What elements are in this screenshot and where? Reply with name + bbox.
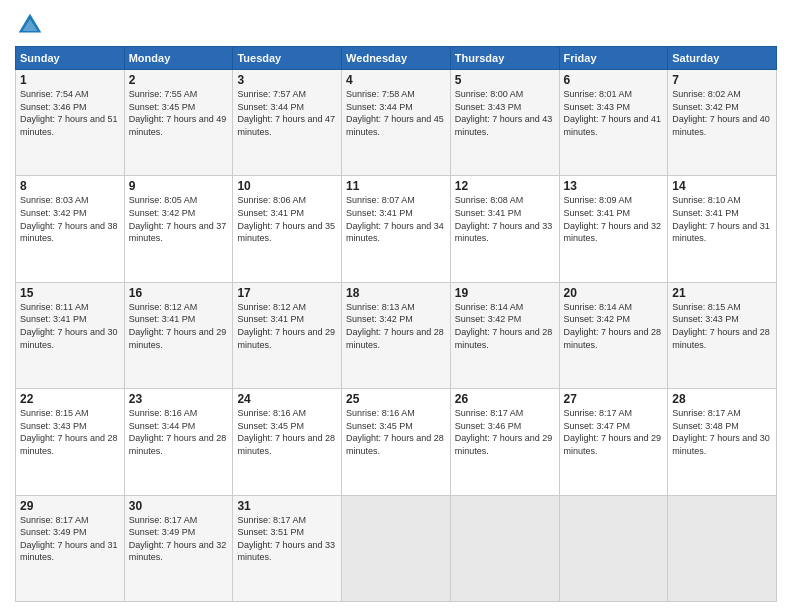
day-number: 8: [20, 179, 120, 193]
sunset-label: Sunset: 3:41 PM: [346, 208, 413, 218]
calendar-cell: 23 Sunrise: 8:16 AM Sunset: 3:44 PM Dayl…: [124, 389, 233, 495]
calendar-cell: 22 Sunrise: 8:15 AM Sunset: 3:43 PM Dayl…: [16, 389, 125, 495]
daylight-label: Daylight: 7 hours and 45 minutes.: [346, 114, 444, 137]
calendar-cell: 20 Sunrise: 8:14 AM Sunset: 3:42 PM Dayl…: [559, 282, 668, 388]
calendar-cell: 5 Sunrise: 8:00 AM Sunset: 3:43 PM Dayli…: [450, 70, 559, 176]
day-info: Sunrise: 8:12 AM Sunset: 3:41 PM Dayligh…: [237, 301, 337, 351]
daylight-label: Daylight: 7 hours and 31 minutes.: [20, 540, 118, 563]
day-info: Sunrise: 8:17 AM Sunset: 3:49 PM Dayligh…: [20, 514, 120, 564]
day-number: 2: [129, 73, 229, 87]
calendar-cell: 30 Sunrise: 8:17 AM Sunset: 3:49 PM Dayl…: [124, 495, 233, 601]
sunrise-label: Sunrise: 8:11 AM: [20, 302, 89, 312]
day-info: Sunrise: 8:13 AM Sunset: 3:42 PM Dayligh…: [346, 301, 446, 351]
sunrise-label: Sunrise: 8:16 AM: [237, 408, 306, 418]
sunrise-label: Sunrise: 8:17 AM: [672, 408, 741, 418]
sunrise-label: Sunrise: 8:15 AM: [20, 408, 89, 418]
sunrise-label: Sunrise: 8:06 AM: [237, 195, 306, 205]
calendar-cell: 16 Sunrise: 8:12 AM Sunset: 3:41 PM Dayl…: [124, 282, 233, 388]
day-number: 16: [129, 286, 229, 300]
day-info: Sunrise: 8:03 AM Sunset: 3:42 PM Dayligh…: [20, 194, 120, 244]
day-number: 14: [672, 179, 772, 193]
sunset-label: Sunset: 3:49 PM: [129, 527, 196, 537]
day-info: Sunrise: 8:02 AM Sunset: 3:42 PM Dayligh…: [672, 88, 772, 138]
calendar-table: SundayMondayTuesdayWednesdayThursdayFrid…: [15, 46, 777, 602]
day-info: Sunrise: 8:16 AM Sunset: 3:44 PM Dayligh…: [129, 407, 229, 457]
day-info: Sunrise: 8:07 AM Sunset: 3:41 PM Dayligh…: [346, 194, 446, 244]
calendar-cell: 12 Sunrise: 8:08 AM Sunset: 3:41 PM Dayl…: [450, 176, 559, 282]
calendar-cell: 31 Sunrise: 8:17 AM Sunset: 3:51 PM Dayl…: [233, 495, 342, 601]
day-info: Sunrise: 8:16 AM Sunset: 3:45 PM Dayligh…: [346, 407, 446, 457]
daylight-label: Daylight: 7 hours and 28 minutes.: [129, 433, 227, 456]
day-info: Sunrise: 8:06 AM Sunset: 3:41 PM Dayligh…: [237, 194, 337, 244]
day-info: Sunrise: 8:01 AM Sunset: 3:43 PM Dayligh…: [564, 88, 664, 138]
day-info: Sunrise: 8:16 AM Sunset: 3:45 PM Dayligh…: [237, 407, 337, 457]
header-row: SundayMondayTuesdayWednesdayThursdayFrid…: [16, 47, 777, 70]
sunset-label: Sunset: 3:42 PM: [129, 208, 196, 218]
day-number: 15: [20, 286, 120, 300]
day-info: Sunrise: 7:55 AM Sunset: 3:45 PM Dayligh…: [129, 88, 229, 138]
calendar-cell: 8 Sunrise: 8:03 AM Sunset: 3:42 PM Dayli…: [16, 176, 125, 282]
sunset-label: Sunset: 3:46 PM: [20, 102, 87, 112]
sunrise-label: Sunrise: 7:55 AM: [129, 89, 198, 99]
day-number: 5: [455, 73, 555, 87]
day-header-sunday: Sunday: [16, 47, 125, 70]
day-number: 12: [455, 179, 555, 193]
calendar-cell: 3 Sunrise: 7:57 AM Sunset: 3:44 PM Dayli…: [233, 70, 342, 176]
calendar-cell: 29 Sunrise: 8:17 AM Sunset: 3:49 PM Dayl…: [16, 495, 125, 601]
day-number: 29: [20, 499, 120, 513]
day-number: 20: [564, 286, 664, 300]
daylight-label: Daylight: 7 hours and 47 minutes.: [237, 114, 335, 137]
day-header-wednesday: Wednesday: [342, 47, 451, 70]
calendar-cell: 2 Sunrise: 7:55 AM Sunset: 3:45 PM Dayli…: [124, 70, 233, 176]
day-info: Sunrise: 8:05 AM Sunset: 3:42 PM Dayligh…: [129, 194, 229, 244]
day-info: Sunrise: 8:17 AM Sunset: 3:49 PM Dayligh…: [129, 514, 229, 564]
calendar-cell: 15 Sunrise: 8:11 AM Sunset: 3:41 PM Dayl…: [16, 282, 125, 388]
daylight-label: Daylight: 7 hours and 34 minutes.: [346, 221, 444, 244]
daylight-label: Daylight: 7 hours and 43 minutes.: [455, 114, 553, 137]
calendar-cell: 17 Sunrise: 8:12 AM Sunset: 3:41 PM Dayl…: [233, 282, 342, 388]
day-number: 21: [672, 286, 772, 300]
day-info: Sunrise: 8:15 AM Sunset: 3:43 PM Dayligh…: [672, 301, 772, 351]
day-number: 28: [672, 392, 772, 406]
sunrise-label: Sunrise: 8:12 AM: [129, 302, 198, 312]
day-number: 22: [20, 392, 120, 406]
calendar-week-3: 15 Sunrise: 8:11 AM Sunset: 3:41 PM Dayl…: [16, 282, 777, 388]
daylight-label: Daylight: 7 hours and 29 minutes.: [237, 327, 335, 350]
day-info: Sunrise: 8:09 AM Sunset: 3:41 PM Dayligh…: [564, 194, 664, 244]
sunrise-label: Sunrise: 8:17 AM: [455, 408, 524, 418]
calendar-cell: 28 Sunrise: 8:17 AM Sunset: 3:48 PM Dayl…: [668, 389, 777, 495]
daylight-label: Daylight: 7 hours and 41 minutes.: [564, 114, 662, 137]
daylight-label: Daylight: 7 hours and 29 minutes.: [564, 433, 662, 456]
daylight-label: Daylight: 7 hours and 28 minutes.: [455, 327, 553, 350]
calendar-cell: 13 Sunrise: 8:09 AM Sunset: 3:41 PM Dayl…: [559, 176, 668, 282]
calendar-cell: [450, 495, 559, 601]
day-number: 30: [129, 499, 229, 513]
sunset-label: Sunset: 3:41 PM: [129, 314, 196, 324]
sunset-label: Sunset: 3:51 PM: [237, 527, 304, 537]
sunset-label: Sunset: 3:45 PM: [129, 102, 196, 112]
calendar-header: SundayMondayTuesdayWednesdayThursdayFrid…: [16, 47, 777, 70]
day-number: 18: [346, 286, 446, 300]
sunset-label: Sunset: 3:46 PM: [455, 421, 522, 431]
calendar-week-1: 1 Sunrise: 7:54 AM Sunset: 3:46 PM Dayli…: [16, 70, 777, 176]
day-info: Sunrise: 8:08 AM Sunset: 3:41 PM Dayligh…: [455, 194, 555, 244]
sunset-label: Sunset: 3:49 PM: [20, 527, 87, 537]
sunset-label: Sunset: 3:43 PM: [564, 102, 631, 112]
sunset-label: Sunset: 3:44 PM: [129, 421, 196, 431]
header: [15, 10, 777, 40]
daylight-label: Daylight: 7 hours and 37 minutes.: [129, 221, 227, 244]
calendar-cell: 1 Sunrise: 7:54 AM Sunset: 3:46 PM Dayli…: [16, 70, 125, 176]
calendar-cell: [668, 495, 777, 601]
sunrise-label: Sunrise: 8:14 AM: [455, 302, 524, 312]
sunrise-label: Sunrise: 8:17 AM: [564, 408, 633, 418]
day-number: 1: [20, 73, 120, 87]
daylight-label: Daylight: 7 hours and 29 minutes.: [455, 433, 553, 456]
logo: [15, 10, 49, 40]
calendar-week-2: 8 Sunrise: 8:03 AM Sunset: 3:42 PM Dayli…: [16, 176, 777, 282]
calendar-cell: [342, 495, 451, 601]
day-info: Sunrise: 8:14 AM Sunset: 3:42 PM Dayligh…: [455, 301, 555, 351]
day-number: 6: [564, 73, 664, 87]
sunrise-label: Sunrise: 8:14 AM: [564, 302, 633, 312]
calendar-cell: [559, 495, 668, 601]
sunrise-label: Sunrise: 8:07 AM: [346, 195, 415, 205]
